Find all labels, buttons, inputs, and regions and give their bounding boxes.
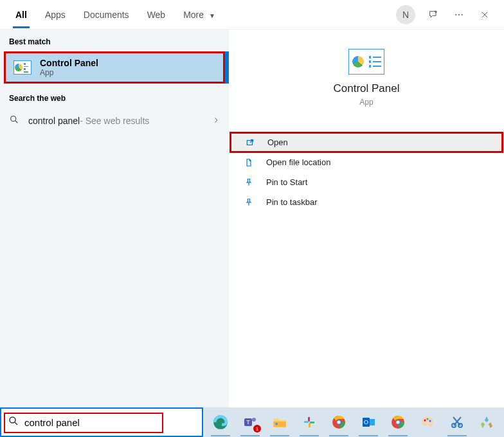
tray-app-icon[interactable] bbox=[473, 411, 500, 434]
tab-documents[interactable]: Documents bbox=[75, 2, 138, 28]
tab-web[interactable]: Web bbox=[138, 2, 175, 28]
feedback-icon[interactable] bbox=[420, 2, 446, 28]
svg-point-3 bbox=[462, 14, 463, 15]
user-avatar[interactable]: N bbox=[396, 5, 415, 24]
taskbar-tray: T1 O bbox=[203, 407, 504, 437]
svg-point-4 bbox=[11, 116, 16, 121]
tab-apps[interactable]: Apps bbox=[36, 2, 75, 28]
preview-app-icon bbox=[348, 49, 384, 75]
tray-chrome2-icon[interactable] bbox=[384, 411, 411, 434]
svg-rect-22 bbox=[370, 419, 375, 425]
preview-subtitle: App bbox=[229, 98, 504, 107]
action-pin-taskbar-label: Pin to taskbar bbox=[266, 197, 318, 207]
result-title: Control Panel bbox=[40, 58, 98, 68]
search-input-icon bbox=[8, 415, 19, 429]
action-file-location-label: Open file location bbox=[266, 157, 330, 167]
result-text: Control Panel App bbox=[40, 58, 98, 77]
search-web-label: Search the web bbox=[0, 86, 229, 108]
svg-rect-13 bbox=[308, 417, 310, 422]
more-options-icon[interactable] bbox=[446, 2, 472, 28]
svg-point-25 bbox=[397, 421, 400, 424]
tray-paint-icon[interactable] bbox=[414, 411, 441, 434]
action-pin-start-label: Pin to Start bbox=[266, 177, 307, 187]
action-pin-start[interactable]: Pin to Start bbox=[229, 172, 504, 192]
svg-point-10 bbox=[252, 418, 256, 422]
web-suffix: - See web results bbox=[80, 116, 149, 126]
chevron-right-icon bbox=[212, 115, 220, 127]
preview-actions: Open Open file location Pin to Start Pin… bbox=[229, 132, 504, 212]
svg-point-6 bbox=[10, 417, 15, 423]
chevron-down-icon: ▼ bbox=[209, 12, 215, 19]
svg-point-19 bbox=[338, 421, 341, 424]
search-icon bbox=[9, 114, 22, 127]
preview-panel: Control Panel App Open Open file locatio… bbox=[229, 30, 504, 407]
action-open-label: Open bbox=[267, 138, 288, 147]
svg-point-26 bbox=[424, 420, 426, 422]
tab-all[interactable]: All bbox=[6, 2, 36, 28]
search-box[interactable] bbox=[0, 407, 203, 437]
control-panel-icon bbox=[13, 58, 32, 77]
svg-text:O: O bbox=[364, 419, 368, 425]
badge-count: 1 bbox=[253, 425, 261, 433]
svg-rect-16 bbox=[310, 422, 314, 424]
tab-more-label: More bbox=[183, 10, 204, 20]
tray-teams-icon[interactable]: T1 bbox=[237, 411, 264, 434]
bottom-bar: T1 O bbox=[0, 407, 504, 437]
action-pin-taskbar[interactable]: Pin to taskbar bbox=[229, 192, 504, 212]
result-subtitle: App bbox=[40, 68, 98, 77]
results-panel: Best match Control Panel App Search the … bbox=[0, 30, 229, 407]
main-area: Best match Control Panel App Search the … bbox=[0, 30, 504, 407]
tray-chrome-icon[interactable] bbox=[325, 411, 352, 434]
svg-point-28 bbox=[429, 420, 431, 422]
action-open-file-location[interactable]: Open file location bbox=[229, 152, 504, 172]
search-input[interactable] bbox=[24, 417, 195, 428]
tray-explorer-icon[interactable] bbox=[266, 411, 293, 434]
pin-start-icon bbox=[244, 178, 257, 187]
pin-taskbar-icon bbox=[244, 198, 257, 207]
web-result[interactable]: control panel - See web results bbox=[0, 108, 229, 134]
tray-slack-icon[interactable] bbox=[296, 411, 323, 434]
web-query-text: control panel bbox=[28, 116, 80, 126]
action-open[interactable]: Open bbox=[230, 132, 503, 152]
svg-point-1 bbox=[455, 14, 456, 15]
tab-more[interactable]: More ▼ bbox=[174, 2, 224, 28]
svg-rect-12 bbox=[276, 423, 278, 425]
file-location-icon bbox=[244, 158, 257, 167]
best-match-label: Best match bbox=[0, 30, 229, 51]
filter-tabs: All Apps Documents Web More ▼ N bbox=[0, 0, 504, 30]
close-button[interactable] bbox=[472, 2, 498, 28]
open-icon bbox=[246, 138, 258, 147]
preview-title: Control Panel bbox=[229, 82, 504, 95]
svg-rect-15 bbox=[309, 423, 310, 427]
svg-point-27 bbox=[427, 418, 429, 420]
best-match-result[interactable]: Control Panel App bbox=[4, 51, 225, 84]
svg-rect-11 bbox=[273, 422, 286, 427]
tray-snip-icon[interactable] bbox=[444, 411, 471, 434]
svg-text:T: T bbox=[246, 419, 250, 425]
svg-rect-14 bbox=[304, 421, 309, 423]
tray-outlook-icon[interactable]: O bbox=[355, 411, 382, 434]
tray-edge-icon[interactable] bbox=[207, 411, 234, 434]
svg-point-2 bbox=[458, 14, 460, 15]
